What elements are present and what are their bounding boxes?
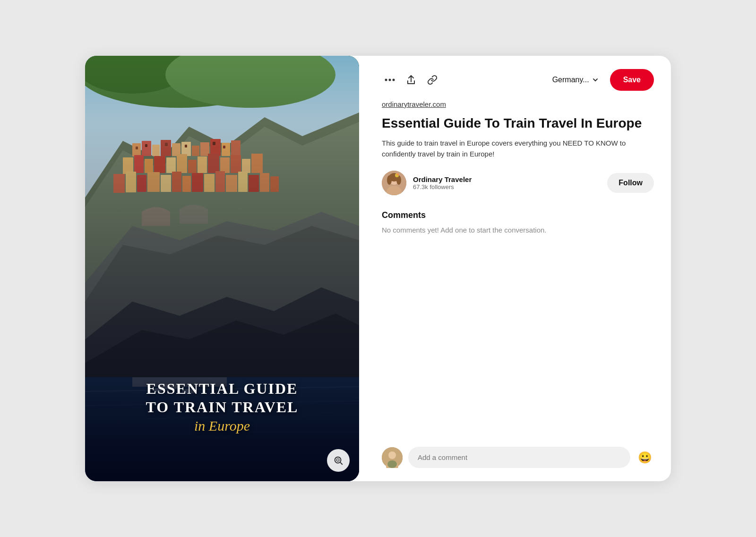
overlay-line2: TO TRAIN TRAVEL — [104, 398, 340, 416]
commenter-avatar — [382, 447, 403, 468]
overlay-line1: ESSENTIAL GUIDE — [104, 380, 340, 398]
follow-button[interactable]: Follow — [607, 173, 654, 193]
comments-heading: Comments — [382, 210, 654, 220]
svg-point-82 — [387, 460, 397, 468]
svg-line-66 — [340, 462, 342, 464]
svg-point-69 — [389, 79, 391, 81]
author-row: Ordinary Traveler 67.3k followers Follow — [382, 171, 654, 195]
author-info: Ordinary Traveler 67.3k followers — [413, 175, 601, 191]
image-panel: ESSENTIAL GUIDE TO TRAIN TRAVEL in Europ… — [85, 56, 359, 481]
toolbar: Germany... Save — [382, 69, 654, 91]
image-overlay-text: ESSENTIAL GUIDE TO TRAIN TRAVEL in Europ… — [85, 370, 359, 443]
more-options-button[interactable] — [382, 76, 398, 84]
author-avatar[interactable] — [382, 171, 406, 195]
comments-section: Comments No comments yet! Add one to sta… — [382, 210, 654, 245]
svg-point-78 — [397, 173, 399, 175]
emoji-button[interactable]: 😀 — [636, 449, 654, 466]
svg-point-70 — [393, 79, 395, 81]
svg-point-68 — [385, 79, 387, 81]
comment-input-row: 😀 — [382, 437, 654, 468]
author-name: Ordinary Traveler — [413, 175, 601, 183]
no-comments-text: No comments yet! Add one to start the co… — [382, 226, 654, 234]
author-followers: 67.3k followers — [413, 183, 601, 191]
overlay-line3: in Europe — [104, 418, 340, 434]
save-button[interactable]: Save — [610, 69, 654, 91]
visual-search-button[interactable] — [327, 449, 350, 472]
comment-input[interactable] — [408, 447, 630, 468]
share-button[interactable] — [404, 72, 419, 88]
pin-title: Essential Guide To Train Travel In Europ… — [382, 115, 654, 131]
svg-point-75 — [387, 175, 392, 185]
pin-description: This guide to train travel in Europe cov… — [382, 138, 654, 159]
pin-detail-card: ESSENTIAL GUIDE TO TRAIN TRAVEL in Europ… — [85, 56, 671, 481]
link-button[interactable] — [424, 72, 440, 88]
detail-panel: Germany... Save ordinarytraveler.com Ess… — [359, 56, 671, 481]
source-link[interactable]: ordinarytraveler.com — [382, 100, 654, 108]
board-selector-button[interactable]: Germany... — [547, 72, 604, 88]
svg-point-80 — [388, 451, 396, 459]
board-selector-label: Germany... — [552, 76, 589, 84]
svg-point-67 — [336, 459, 339, 461]
